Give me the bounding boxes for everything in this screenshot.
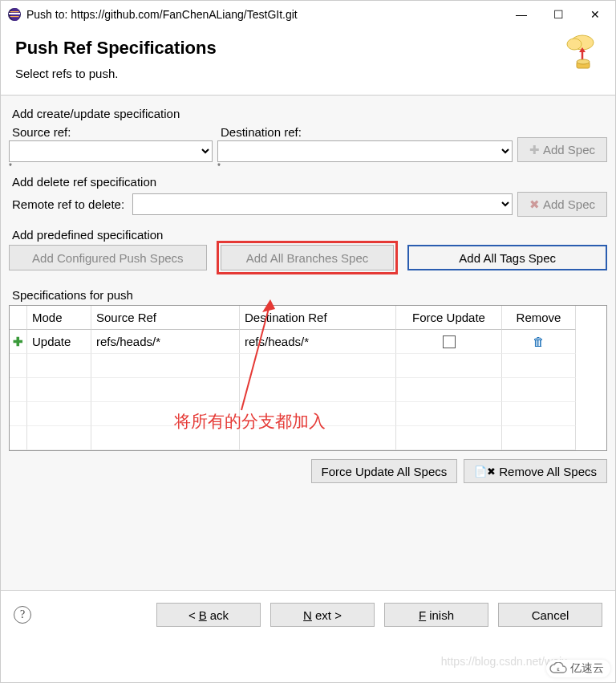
svg-point-6 <box>567 39 582 50</box>
remote-ref-label: Remote ref to delete: <box>12 197 124 211</box>
watermark-brand-text: 亿速云 <box>570 661 604 676</box>
plus-icon: ✚ <box>13 335 23 349</box>
svg-point-10 <box>577 59 590 64</box>
maximize-icon: ☐ <box>553 8 564 21</box>
help-button[interactable]: ? <box>14 606 31 624</box>
wizard-body: Add create/update specification Source r… <box>1 95 615 591</box>
source-ref-combo[interactable] <box>9 140 213 162</box>
predefined-section-label: Add predefined specification <box>12 228 607 242</box>
table-row <box>10 354 27 378</box>
watermark-brand: ɛ 亿速云 <box>546 660 610 677</box>
trash-icon: 🗑 <box>533 335 545 348</box>
col-dest: Destination Ref <box>240 306 396 330</box>
specs-table-label: Specifications for push <box>12 288 607 302</box>
table-row <box>10 426 27 450</box>
eclipse-icon <box>7 7 22 22</box>
page-subtitle: Select refs to push. <box>15 67 601 80</box>
cell-mode: Update <box>27 330 91 354</box>
delete-section-label: Add delete ref specification <box>12 175 607 189</box>
remove-all-specs-button[interactable]: 📄✖ Remove All Specs <box>464 459 607 483</box>
window-minimize-button[interactable]: — <box>503 2 540 26</box>
required-marker: * <box>9 162 213 170</box>
add-delete-spec-label: Add Spec <box>543 197 595 211</box>
next-button[interactable]: Next > <box>270 603 375 627</box>
page-title: Push Ref Specifications <box>15 38 601 59</box>
doc-remove-icon: 📄✖ <box>474 465 496 478</box>
source-ref-label: Source ref: <box>12 125 213 139</box>
remote-ref-delete-combo[interactable] <box>132 193 513 215</box>
back-button[interactable]: < Back <box>156 603 261 627</box>
svg-text:ɛ: ɛ <box>557 666 560 672</box>
destination-ref-combo[interactable] <box>217 140 513 162</box>
svg-rect-3 <box>10 11 19 12</box>
wizard-footer: ? < Back Next > Finish Cancel <box>1 591 615 639</box>
row-icon: ✚ <box>10 330 27 354</box>
finish-button[interactable]: Finish <box>384 603 488 627</box>
remove-all-specs-label: Remove All Specs <box>499 465 597 478</box>
add-delete-spec-button[interactable]: ✖ Add Spec <box>517 192 607 217</box>
minimize-icon: — <box>516 8 527 21</box>
table-row <box>10 402 27 426</box>
destination-ref-label: Destination ref: <box>221 125 513 139</box>
col-remove: Remove <box>502 306 576 330</box>
col-mode: Mode <box>27 306 91 330</box>
add-all-tags-spec-button[interactable]: Add All Tags Spec <box>407 245 607 270</box>
force-update-checkbox[interactable] <box>443 335 456 348</box>
col-source: Source Ref <box>91 306 240 330</box>
delete-x-icon: ✖ <box>529 197 540 212</box>
col-icon <box>10 306 27 330</box>
title-bar: Push to: https://github.com/FanChenALian… <box>1 1 615 28</box>
cancel-button[interactable]: Cancel <box>498 603 602 627</box>
required-marker: * <box>217 162 513 170</box>
add-all-branches-spec-button[interactable]: Add All Branches Spec <box>221 245 395 270</box>
window-title: Push to: https://github.com/FanChenALian… <box>26 8 503 21</box>
cell-force[interactable] <box>396 330 502 354</box>
window-close-button[interactable]: ✕ <box>577 2 614 26</box>
plus-icon: ✚ <box>529 143 540 157</box>
svg-rect-4 <box>10 16 19 17</box>
col-force: Force Update <box>396 306 502 330</box>
wizard-header: Push Ref Specifications Select refs to p… <box>1 28 615 95</box>
create-update-section-label: Add create/update specification <box>12 107 607 120</box>
push-cloud-icon <box>562 33 599 77</box>
cloud-icon: ɛ <box>549 662 567 675</box>
close-icon: ✕ <box>590 8 600 21</box>
add-configured-push-specs-button[interactable]: Add Configured Push Specs <box>9 245 207 270</box>
add-create-spec-button[interactable]: ✚ Add Spec <box>517 137 607 162</box>
cell-dest: refs/heads/* <box>240 330 396 354</box>
svg-rect-2 <box>9 13 20 14</box>
cell-remove[interactable]: 🗑 <box>502 330 576 354</box>
cell-source: refs/heads/* <box>91 330 240 354</box>
annotation-text: 将所有的分支都加入 <box>174 410 326 433</box>
annotation-highlight: Add All Branches Spec <box>217 241 399 274</box>
window-maximize-button[interactable]: ☐ <box>540 2 577 26</box>
force-update-all-button[interactable]: Force Update All Specs <box>311 459 458 483</box>
add-create-spec-label: Add Spec <box>543 143 595 157</box>
table-row <box>10 378 27 402</box>
